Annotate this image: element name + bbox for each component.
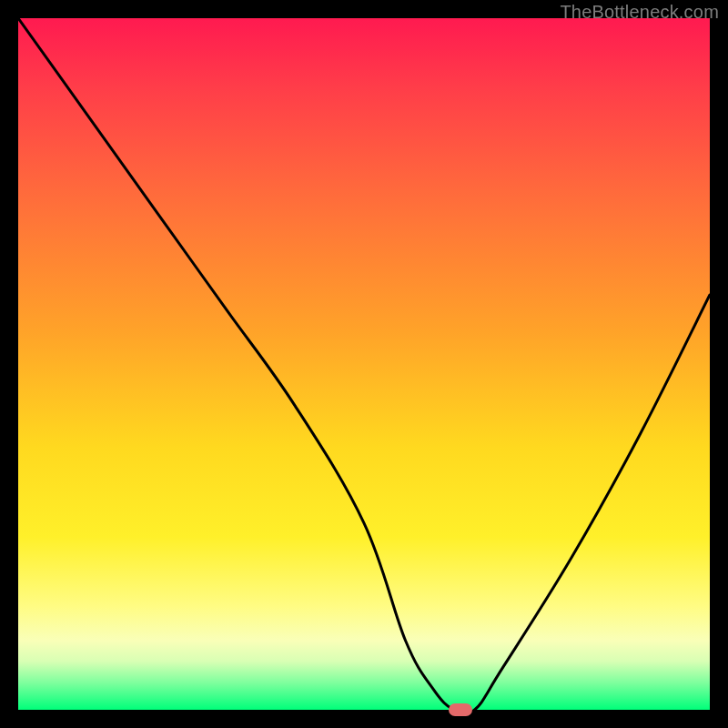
optimal-point-marker (449, 703, 472, 716)
plot-area (18, 18, 710, 710)
chart-frame: TheBottleneck.com (0, 0, 728, 728)
curve-svg (18, 18, 710, 710)
bottleneck-curve-line (18, 18, 710, 710)
